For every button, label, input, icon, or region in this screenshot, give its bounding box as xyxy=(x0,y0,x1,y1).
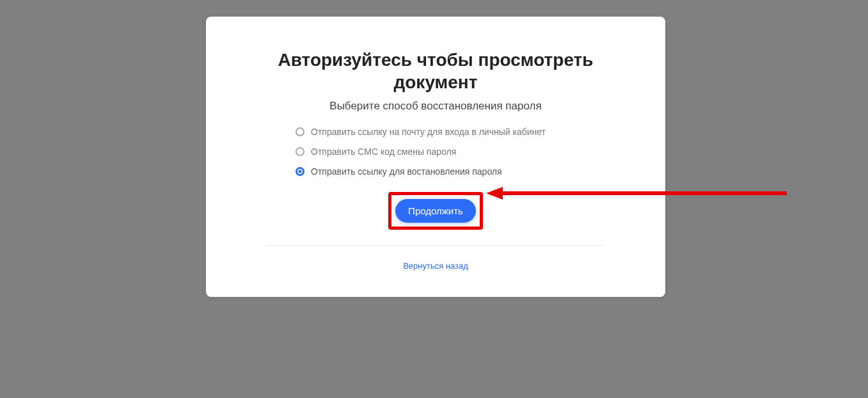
option-email-link[interactable]: Отправить ссылку на почту для входа в ли… xyxy=(296,127,633,137)
continue-button[interactable]: Продолжить xyxy=(395,199,476,223)
auth-recovery-card: Авторизуйтесь чтобы просмотреть документ… xyxy=(206,17,665,297)
radio-icon xyxy=(296,167,304,176)
radio-icon xyxy=(296,147,304,156)
divider xyxy=(267,245,604,246)
option-recovery-link[interactable]: Отправить ссылку для востановления парол… xyxy=(296,166,633,177)
card-subtitle: Выберите способ восстановления пароля xyxy=(238,100,633,113)
card-title: Авторизуйтесь чтобы просмотреть документ xyxy=(238,49,633,93)
option-sms-code[interactable]: Отправить СМС код смены пароля xyxy=(296,147,633,157)
button-container: Продолжить xyxy=(238,192,633,230)
option-label: Отправить ссылку на почту для входа в ли… xyxy=(311,127,546,137)
option-label: Отправить СМС код смены пароля xyxy=(311,147,456,157)
radio-icon xyxy=(296,127,304,136)
option-label: Отправить ссылку для востановления парол… xyxy=(311,166,502,177)
back-link[interactable]: Вернуться назад xyxy=(403,261,468,271)
back-link-container: Вернуться назад xyxy=(238,260,633,271)
recovery-options: Отправить ссылку на почту для входа в ли… xyxy=(238,127,633,177)
annotation-highlight-box: Продолжить xyxy=(388,192,483,230)
